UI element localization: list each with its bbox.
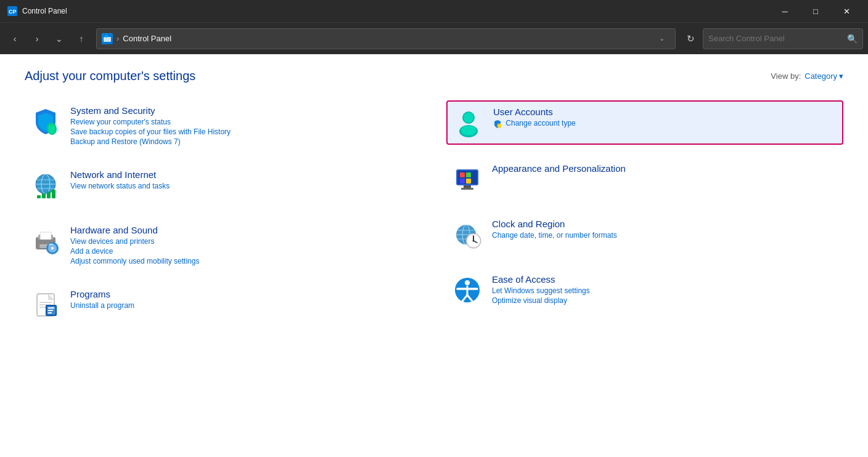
system-security-name[interactable]: System and Security <box>70 105 404 116</box>
user-accounts-text: User Accounts Change account type <box>493 107 837 128</box>
window-controls: ─ □ ✕ <box>771 0 861 22</box>
refresh-button[interactable]: ↻ <box>681 29 700 49</box>
svg-rect-31 <box>48 310 53 311</box>
close-button[interactable]: ✕ <box>832 0 861 22</box>
svg-point-36 <box>461 126 476 135</box>
appearance-name[interactable]: Appearance and Personalization <box>492 163 838 174</box>
minimize-button[interactable]: ─ <box>771 0 799 22</box>
system-security-link-3[interactable]: Backup and Restore (Windows 7) <box>70 137 404 146</box>
programs-icon <box>30 289 62 321</box>
user-accounts-link-1[interactable]: Change account type <box>493 119 837 128</box>
view-by-label: View by: <box>771 71 801 81</box>
ease-access-text: Ease of Access Let Windows suggest setti… <box>492 274 838 305</box>
user-accounts-name[interactable]: User Accounts <box>493 107 837 117</box>
clock-name[interactable]: Clock and Region <box>492 219 838 229</box>
svg-point-55 <box>473 240 475 242</box>
category-system-security[interactable]: System and Security Review your computer… <box>25 100 409 151</box>
view-by: View by: Category ▾ <box>771 71 843 81</box>
svg-rect-44 <box>464 185 471 188</box>
category-programs[interactable]: Programs Uninstall a program <box>25 284 409 326</box>
app-icon: CP <box>7 6 17 16</box>
clock-link-1[interactable]: Change date, time, or number formats <box>492 231 838 240</box>
svg-rect-12 <box>42 193 46 198</box>
svg-rect-45 <box>461 188 473 190</box>
system-security-link-2[interactable]: Save backup copies of your files with Fi… <box>70 127 404 136</box>
category-user-accounts[interactable]: User Accounts Change account type <box>446 100 843 145</box>
programs-link-1[interactable]: Uninstall a program <box>70 301 404 310</box>
network-text: Network and Internet View network status… <box>70 169 404 190</box>
system-security-text: System and Security Review your computer… <box>70 105 404 146</box>
maximize-button[interactable]: □ <box>801 0 830 22</box>
svg-rect-42 <box>460 179 465 184</box>
svg-rect-32 <box>48 312 52 313</box>
forward-button[interactable]: › <box>27 29 47 49</box>
hardware-icon <box>30 225 62 257</box>
svg-rect-14 <box>52 190 55 198</box>
address-separator: › <box>117 34 119 43</box>
main-content: Adjust your computer's settings View by:… <box>0 54 868 457</box>
address-icon <box>102 33 113 44</box>
ease-access-name[interactable]: Ease of Access <box>492 274 838 285</box>
svg-rect-3 <box>104 37 111 42</box>
svg-rect-13 <box>47 192 51 198</box>
ease-access-icon <box>451 274 483 306</box>
window-title: Control Panel <box>22 7 67 15</box>
search-box[interactable]: 🔍 <box>703 28 863 49</box>
address-dropdown-button[interactable]: ⌄ <box>653 30 670 47</box>
title-bar: CP Control Panel ─ □ ✕ <box>0 0 868 22</box>
svg-text:CP: CP <box>9 9 17 15</box>
hardware-link-2[interactable]: Add a device <box>70 247 404 256</box>
page-header: Adjust your computer's settings View by:… <box>25 69 843 83</box>
svg-rect-30 <box>48 307 54 309</box>
svg-rect-43 <box>466 179 471 184</box>
system-security-icon <box>30 105 62 137</box>
shield-small-icon <box>493 119 502 128</box>
dropdown-button[interactable]: ⌄ <box>49 29 69 49</box>
svg-rect-4 <box>105 35 107 38</box>
hardware-name[interactable]: Hardware and Sound <box>70 225 404 235</box>
ease-access-link-1[interactable]: Let Windows suggest settings <box>492 286 838 295</box>
title-bar-left: CP Control Panel <box>7 6 67 16</box>
clock-icon <box>451 219 483 251</box>
programs-text: Programs Uninstall a program <box>70 289 404 310</box>
svg-rect-19 <box>40 232 51 240</box>
view-by-dropdown[interactable]: Category ▾ <box>805 71 843 81</box>
category-ease-access[interactable]: Ease of Access Let Windows suggest setti… <box>446 269 843 311</box>
up-button[interactable]: ↑ <box>72 29 91 49</box>
svg-point-35 <box>464 113 473 123</box>
hardware-link-3[interactable]: Adjust commonly used mobility settings <box>70 257 404 265</box>
categories-grid: System and Security Review your computer… <box>25 100 843 339</box>
left-column: System and Security Review your computer… <box>25 100 434 339</box>
hardware-text: Hardware and Sound View devices and prin… <box>70 225 404 265</box>
category-clock[interactable]: Clock and Region Change date, time, or n… <box>446 214 843 256</box>
programs-name[interactable]: Programs <box>70 289 404 299</box>
appearance-icon <box>451 163 483 195</box>
network-link-1[interactable]: View network status and tasks <box>70 182 404 190</box>
page-title: Adjust your computer's settings <box>25 69 195 83</box>
search-input[interactable] <box>708 34 843 43</box>
user-accounts-icon <box>452 107 485 139</box>
category-appearance[interactable]: Appearance and Personalization <box>446 158 843 200</box>
svg-rect-11 <box>37 195 41 198</box>
system-security-link-1[interactable]: Review your computer's status <box>70 118 404 126</box>
category-hardware[interactable]: Hardware and Sound View devices and prin… <box>25 220 409 270</box>
clock-text: Clock and Region Change date, time, or n… <box>492 219 838 240</box>
view-by-arrow: ▾ <box>839 71 843 81</box>
ease-access-link-2[interactable]: Optimize visual display <box>492 296 838 305</box>
search-button[interactable]: 🔍 <box>847 34 858 44</box>
address-bar[interactable]: › Control Panel ⌄ <box>96 28 676 49</box>
svg-rect-41 <box>466 172 471 177</box>
back-button[interactable]: ‹ <box>5 29 25 49</box>
svg-rect-40 <box>460 172 465 177</box>
right-column: User Accounts Change account type <box>434 100 843 339</box>
navigation-bar: ‹ › ⌄ ↑ › Control Panel ⌄ ↻ 🔍 <box>0 22 868 54</box>
network-icon <box>30 169 62 201</box>
view-by-value-text: Category <box>805 71 837 81</box>
address-text: Control Panel <box>123 34 649 43</box>
hardware-link-1[interactable]: View devices and printers <box>70 237 404 246</box>
category-network[interactable]: Network and Internet View network status… <box>25 164 409 206</box>
network-name[interactable]: Network and Internet <box>70 169 404 180</box>
svg-point-22 <box>51 247 54 249</box>
svg-point-57 <box>465 280 470 285</box>
appearance-text: Appearance and Personalization <box>492 163 838 176</box>
